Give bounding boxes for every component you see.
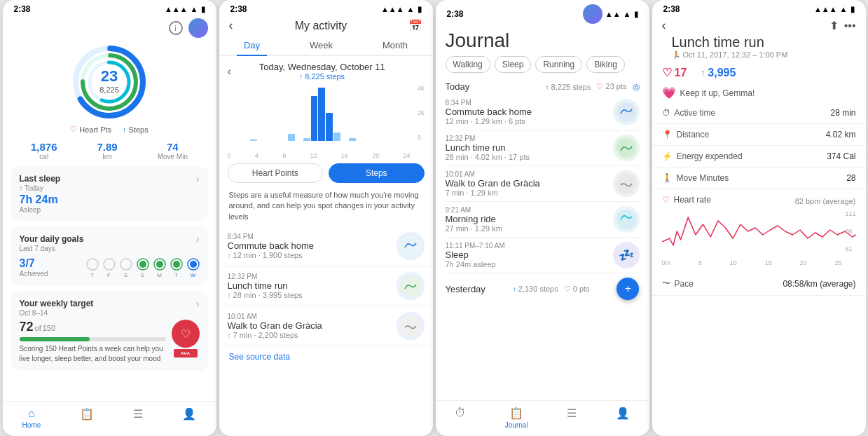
timer-nav-icon: ⏱ <box>455 407 466 419</box>
hr-x-labels: 0m 5 10 15 20 25 <box>662 259 856 266</box>
journal-entry-1[interactable]: 12:32 PM Lunch time run 28 min · 4.02 km… <box>446 130 640 166</box>
nav-menu[interactable]: ☰ <box>133 407 143 429</box>
day-circle-M <box>153 258 166 271</box>
steps-desc: Steps are a useful measure of how much y… <box>219 187 433 226</box>
run-likes: ♡ 17 <box>662 66 687 79</box>
hr-avg: 82 bpm (average) <box>795 197 856 205</box>
days-row: T F S S <box>86 258 200 278</box>
tab-day[interactable]: Day <box>237 37 267 56</box>
activity-nav-icon: 📋 <box>80 407 94 421</box>
wifi-icon-3: ▲ <box>624 10 631 18</box>
steps-label: ↑ Steps <box>123 125 149 134</box>
steps-btn[interactable]: Steps <box>329 163 425 183</box>
share-icon[interactable]: ⬆ <box>829 19 839 32</box>
journal-entry-3[interactable]: 9:21 AM Morning ride 27 min · 1.29 km <box>446 202 640 238</box>
see-source-link[interactable]: See source data <box>219 346 433 367</box>
avatar-journal[interactable] <box>583 4 602 24</box>
entry-map-3 <box>613 206 640 233</box>
signal-icon-2: ▲▲▲ <box>381 5 404 13</box>
chart-prev[interactable]: ‹ <box>228 65 231 78</box>
journal-nav-icon: 📋 <box>509 407 523 420</box>
journal-entry-0[interactable]: 8:34 PM Commute back home 12 min · 1.29 … <box>446 95 640 130</box>
add-fab-journal[interactable]: + <box>616 278 639 300</box>
yesterday-stats: ↑ 2,130 steps ♡ 0 pts <box>513 285 590 294</box>
journal-entry-4[interactable]: 11:11 PM–7:10 AM Sleep 7h 24m asleep 💤 <box>446 238 640 273</box>
svg-point-22 <box>616 174 636 193</box>
yesterday-row: Yesterday ↑ 2,130 steps ♡ 0 pts + <box>446 273 640 304</box>
weekly-value: 72 <box>20 320 34 334</box>
journal-entry-2[interactable]: 10:01 AM Walk to Gran de Gràcia 7 min · … <box>446 166 640 202</box>
screen-activity: 2:38 ▲▲▲ ▲ ▮ ‹ My activity 📅 Day Week Mo… <box>219 0 433 436</box>
calendar-icon[interactable]: 📅 <box>408 19 422 32</box>
signal-icon-1: ▲▲▲ <box>165 5 188 13</box>
day-circle-T1 <box>86 258 99 271</box>
activity-item-0[interactable]: 8:34 PM Commute back home ↑ 12 min · 1,9… <box>219 226 433 266</box>
entry-map-1 <box>613 135 640 161</box>
wifi-icon-2: ▲ <box>407 5 415 13</box>
activity-list: 8:34 PM Commute back home ↑ 12 min · 1,9… <box>219 226 433 436</box>
signal-icon-3: ▲▲ <box>605 10 621 18</box>
chart-area: 4k 2k 0 <box>228 85 425 148</box>
detail-value-0: 28 min <box>830 108 855 118</box>
bottom-nav-3: ⏱ 📋 Journal ☰ 👤 <box>436 400 649 436</box>
today-stats: ↑ 8,225 steps ♡ 23 pts ◎ <box>546 82 640 92</box>
chip-sleep[interactable]: Sleep <box>495 56 532 73</box>
chip-running[interactable]: Running <box>535 56 582 73</box>
home-nav-icon: ⌂ <box>28 407 35 420</box>
daily-goals-card[interactable]: Your daily goals › Last 7 days 3/7 Achie… <box>11 226 208 285</box>
svg-point-6 <box>87 259 98 270</box>
more-icon[interactable]: ••• <box>844 20 856 32</box>
detail-label-2: ⚡ Energy expended <box>662 151 743 161</box>
sleep-subtitle: ↑ Today <box>20 184 200 192</box>
entry-info-3: 9:21 AM Morning ride 27 min · 1.29 km <box>446 206 613 233</box>
battery-icon-4: ▮ <box>850 5 855 14</box>
tab-month[interactable]: Month <box>376 37 415 56</box>
heart-points-btn[interactable]: Heart Points <box>228 163 324 183</box>
menu-nav-icon-j: ☰ <box>567 407 577 420</box>
svg-point-19 <box>399 315 422 337</box>
activity-map-0 <box>397 232 425 260</box>
day-circle-F <box>103 258 116 271</box>
entry-info-0: 8:34 PM Commute back home 12 min · 1.29 … <box>446 99 613 125</box>
day-circle-W <box>187 258 200 271</box>
tab-week[interactable]: Week <box>303 37 340 56</box>
bar-11 <box>311 96 318 141</box>
nav-journal[interactable]: 📋 Journal <box>505 407 528 429</box>
battery-icon-3: ▮ <box>634 10 638 19</box>
activity-title: My activity <box>295 20 347 32</box>
chip-biking[interactable]: Biking <box>586 56 625 73</box>
day-circle-T2 <box>170 258 183 271</box>
nav-menu-journal[interactable]: ☰ <box>567 407 577 429</box>
svg-point-17 <box>399 235 422 257</box>
detail-label-3: 🚶 Move Minutes <box>662 173 729 183</box>
time-2: 2:38 <box>230 4 247 14</box>
activity-item-2[interactable]: 10:01 AM Walk to Gran de Gràcia ↑ 7 min … <box>219 306 433 346</box>
svg-point-23 <box>616 210 636 229</box>
last-sleep-card[interactable]: Last sleep › ↑ Today 7h 24m Asleep <box>11 166 208 221</box>
distance-icon: 📍 <box>662 130 673 139</box>
chevron-goals: › <box>196 233 200 245</box>
run-stats: ♡ 17 ↑ 3,995 <box>652 62 866 83</box>
back-btn-run[interactable]: ‹ <box>662 18 666 33</box>
nav-timer-journal[interactable]: ⏱ <box>455 407 466 429</box>
active-time-icon: ⏱ <box>662 108 670 118</box>
weekly-target-card[interactable]: Your weekly target › Oct 8–14 72 of 150 <box>11 291 208 371</box>
avatar[interactable] <box>188 18 208 38</box>
info-icon[interactable]: i <box>169 21 183 35</box>
activity-item-1[interactable]: 12:32 PM Lunch time run ↑ 28 min · 3,995… <box>219 266 433 306</box>
nav-profile[interactable]: 👤 <box>182 407 196 429</box>
nav-profile-journal[interactable]: 👤 <box>616 407 630 429</box>
profile-nav-icon-j: 👤 <box>616 407 630 420</box>
chip-walking[interactable]: Walking <box>446 56 490 73</box>
detail-value-1: 4.02 km <box>826 130 856 139</box>
stat-move: 74 Move Min <box>158 141 188 161</box>
pace-row: 〜 Pace 08:58/km (average) <box>652 272 866 296</box>
nav-home[interactable]: ⌂ Home <box>22 407 41 429</box>
nav-activity[interactable]: 📋 <box>80 407 94 429</box>
weekly-max: 150 <box>43 324 55 332</box>
back-button[interactable]: ‹ <box>229 18 233 33</box>
bar-8 <box>288 134 295 141</box>
entry-map-0 <box>613 99 640 125</box>
time-3: 2:38 <box>447 9 464 19</box>
journal-title: Journal <box>446 29 640 52</box>
